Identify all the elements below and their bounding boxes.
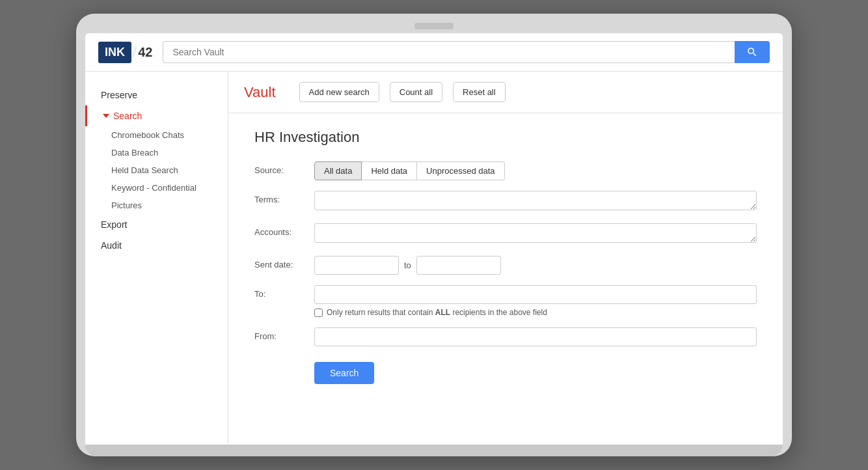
terms-group: Terms: <box>254 191 757 213</box>
terms-control <box>314 191 757 213</box>
main-content: Preserve Search Chromebook Chats Data Br… <box>85 72 783 445</box>
form-area: HR Investigation Source: All data Held d… <box>228 113 783 400</box>
vault-search-input[interactable] <box>163 41 735 63</box>
from-group: From: <box>254 327 757 346</box>
logo: INK / 42 <box>98 42 152 63</box>
laptop-screen: INK / 42 Preserve Search <box>85 33 783 445</box>
count-all-button[interactable]: Count all <box>390 82 442 102</box>
checkbox-label: Only return results that contain ALL rec… <box>327 308 547 317</box>
from-control <box>314 327 757 346</box>
sidebar: Preserve Search Chromebook Chats Data Br… <box>85 72 228 445</box>
vault-search-container <box>163 41 770 63</box>
accounts-input[interactable] <box>314 223 757 243</box>
search-icon <box>746 46 758 58</box>
sent-date-from-input[interactable] <box>314 256 399 275</box>
sidebar-subitem-keyword[interactable]: Keyword - Confidential <box>85 179 228 197</box>
checkbox-text-before: Only return results that contain <box>327 308 435 317</box>
form-title: HR Investigation <box>254 129 757 146</box>
to-group: To: Only return results that contain ALL… <box>254 285 757 317</box>
to-input[interactable] <box>314 285 757 304</box>
checkbox-text-after: recipients in the above field <box>450 308 547 317</box>
accounts-group: Accounts: <box>254 223 757 245</box>
sidebar-subitem-pictures[interactable]: Pictures <box>85 197 228 214</box>
logo-slash: / <box>133 44 137 61</box>
source-label: Source: <box>254 161 306 175</box>
source-held-data-button[interactable]: Held data <box>362 161 417 180</box>
source-unprocessed-data-button[interactable]: Unprocessed data <box>417 161 505 180</box>
checkbox-text-all: ALL <box>435 308 450 317</box>
laptop-base <box>85 445 783 456</box>
source-group: Source: All data Held data Unprocessed d… <box>254 161 757 180</box>
logo-ink: INK <box>98 42 131 63</box>
sidebar-item-export[interactable]: Export <box>85 214 228 235</box>
sent-date-group: Sent date: to <box>254 256 757 275</box>
to-connector: to <box>404 260 411 270</box>
vault-header: Vault Add new search Count all Reset all <box>228 72 783 113</box>
add-new-search-button[interactable]: Add new search <box>299 82 379 102</box>
source-all-data-button[interactable]: All data <box>314 161 362 180</box>
terms-input[interactable] <box>314 191 757 210</box>
source-buttons: All data Held data Unprocessed data <box>314 161 757 180</box>
accounts-label: Accounts: <box>254 223 306 237</box>
sidebar-subitem-databreach[interactable]: Data Breach <box>85 144 228 161</box>
logo-number: 42 <box>138 45 152 60</box>
checkbox-row: Only return results that contain ALL rec… <box>314 308 757 317</box>
sidebar-subitem-helddata[interactable]: Held Data Search <box>85 161 228 179</box>
accounts-control <box>314 223 757 245</box>
sidebar-subitem-chromebook[interactable]: Chromebook Chats <box>85 126 228 144</box>
all-recipients-checkbox[interactable] <box>314 309 323 317</box>
to-control: Only return results that contain ALL rec… <box>314 285 757 317</box>
sent-date-label: Sent date: <box>254 256 306 270</box>
search-button[interactable]: Search <box>314 362 374 384</box>
search-button-container: Search <box>314 357 757 384</box>
vault-area: Vault Add new search Count all Reset all… <box>228 72 783 445</box>
sent-date-to-input[interactable] <box>416 256 501 275</box>
date-inputs: to <box>314 256 757 275</box>
from-input[interactable] <box>314 327 757 346</box>
vault-title: Vault <box>244 84 276 101</box>
laptop-notch <box>414 23 454 29</box>
terms-label: Terms: <box>254 191 306 204</box>
sidebar-search-label: Search <box>113 111 142 121</box>
reset-all-button[interactable]: Reset all <box>453 82 506 102</box>
sidebar-item-audit[interactable]: Audit <box>85 235 228 256</box>
chevron-down-icon <box>103 114 109 118</box>
top-bar: INK / 42 <box>85 33 783 72</box>
to-label: To: <box>254 285 306 299</box>
from-label: From: <box>254 327 306 341</box>
laptop-frame: INK / 42 Preserve Search <box>76 14 792 456</box>
vault-search-button[interactable] <box>735 41 770 63</box>
sent-date-control: to <box>314 256 757 275</box>
sidebar-item-preserve[interactable]: Preserve <box>85 85 228 105</box>
sidebar-item-search[interactable]: Search <box>85 105 228 126</box>
